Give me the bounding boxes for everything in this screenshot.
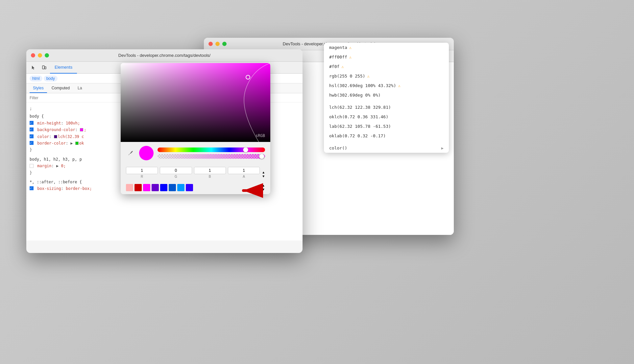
warning-ff00ff: ⚠ <box>349 55 352 59</box>
r-input[interactable] <box>126 167 158 174</box>
swatch-8[interactable] <box>186 184 193 191</box>
srgb-label: sRGB <box>256 133 265 138</box>
swatch-3[interactable] <box>143 184 150 191</box>
r-label: R <box>141 175 143 178</box>
color-format-dropdown: magenta ⚠ #ff00ff ⚠ #f0f ⚠ rgb(255 0 255… <box>324 43 449 153</box>
minimize-button-front[interactable] <box>38 53 42 57</box>
format-magenta[interactable]: magenta ⚠ <box>324 43 449 52</box>
traffic-lights-front <box>31 53 49 57</box>
hue-slider[interactable] <box>158 148 265 152</box>
checkbox-min-height[interactable] <box>30 121 34 125</box>
breadcrumb-html[interactable]: html <box>30 76 42 81</box>
svg-rect-1 <box>45 67 46 69</box>
tab-styles[interactable]: Styles <box>30 83 47 93</box>
border-color-swatch[interactable] <box>75 142 79 145</box>
warning-magenta: ⚠ <box>349 45 352 50</box>
checkbox-border-color[interactable] <box>30 141 34 145</box>
maximize-button-back[interactable] <box>222 42 227 46</box>
arrow-svg <box>237 181 263 200</box>
breadcrumb-body[interactable]: body <box>44 76 58 81</box>
g-field: G <box>160 167 192 178</box>
hue-handle <box>243 147 248 152</box>
red-arrow <box>237 181 263 202</box>
device-icon <box>41 65 47 70</box>
swatch-5[interactable] <box>160 184 167 191</box>
b-label: B <box>209 175 211 178</box>
g-input[interactable] <box>160 167 192 174</box>
color-picker-panel: sRGB R <box>121 63 270 194</box>
b-input[interactable] <box>194 167 226 174</box>
format-ff00ff[interactable]: #ff00ff ⚠ <box>324 52 449 62</box>
svg-rect-0 <box>42 66 44 69</box>
swatch-7[interactable] <box>177 184 184 191</box>
format-lch[interactable]: lch(62.32 122.38 329.81) <box>324 102 449 112</box>
warning-f0f: ⚠ <box>341 64 344 69</box>
titlebar-front: DevTools - developer.chrome.com/tags/dev… <box>26 49 303 62</box>
tab-elements-front[interactable]: Elements <box>50 62 77 74</box>
close-button-back[interactable] <box>208 42 213 46</box>
format-hsl[interactable]: hsl(302.69deg 100% 43.32%) ⚠ <box>324 81 449 90</box>
alpha-handle <box>259 154 264 159</box>
a-field: A <box>228 167 260 178</box>
separator-2 <box>324 141 449 143</box>
sliders-area <box>158 148 265 159</box>
b-field: B <box>194 167 226 178</box>
cursor-icon <box>31 65 36 70</box>
format-hwb[interactable]: hwb(302.69deg 0% 0%) <box>324 90 449 100</box>
rgba-spinner[interactable]: ▲ ▼ <box>262 171 265 178</box>
maximize-button-front[interactable] <box>45 53 49 57</box>
format-color-arrow: ▶ <box>441 146 444 150</box>
format-rgb[interactable]: rgb(255 0 255) ⚠ <box>324 71 449 81</box>
bg-color-swatch[interactable] <box>80 128 83 131</box>
color-preview <box>139 146 154 160</box>
cursor-icon-btn[interactable] <box>29 63 38 72</box>
checkbox-box-sizing[interactable] <box>30 186 34 190</box>
svg-point-2 <box>131 152 132 152</box>
tab-la[interactable]: La <box>74 83 85 93</box>
color-swatch[interactable] <box>54 135 57 138</box>
format-oklab[interactable]: oklab(0.72 0.32 -0.17) <box>324 131 449 141</box>
format-f0f[interactable]: #f0f ⚠ <box>324 62 449 71</box>
separator-1 <box>324 100 449 102</box>
gradient-curve-svg <box>121 63 270 142</box>
color-controls <box>121 142 270 164</box>
g-label: G <box>175 175 177 178</box>
eyedropper-button[interactable] <box>126 148 135 158</box>
a-label: A <box>243 175 245 178</box>
checkbox-color[interactable] <box>30 134 34 138</box>
checkbox-margin-unchecked[interactable] <box>30 164 34 168</box>
gradient-handle <box>246 75 250 80</box>
eyedropper-icon <box>128 150 134 156</box>
color-gradient[interactable]: sRGB <box>121 63 270 142</box>
format-lab[interactable]: lab(62.32 105.78 -61.53) <box>324 122 449 131</box>
rgba-inputs: R G B A ▲ ▼ <box>121 164 270 181</box>
tab-computed[interactable]: Computed <box>48 83 73 93</box>
checkbox-bg-color[interactable] <box>30 127 34 131</box>
swatch-6[interactable] <box>169 184 176 191</box>
format-oklch[interactable]: oklch(0.72 0.36 331.46) <box>324 112 449 122</box>
title-front: DevTools - developer.chrome.com/tags/dev… <box>118 53 210 58</box>
r-field: R <box>126 167 158 178</box>
warning-rgb: ⚠ <box>367 74 370 79</box>
format-color[interactable]: color() ▶ <box>324 143 449 153</box>
traffic-lights-back <box>208 42 227 46</box>
a-input[interactable] <box>228 167 260 174</box>
minimize-button-back[interactable] <box>215 42 220 46</box>
swatch-2[interactable] <box>134 184 142 191</box>
close-button-front[interactable] <box>31 53 35 57</box>
alpha-slider[interactable] <box>158 154 265 159</box>
swatch-1[interactable] <box>126 184 133 191</box>
warning-hsl: ⚠ <box>398 83 401 88</box>
swatch-4[interactable] <box>152 184 159 191</box>
device-icon-btn[interactable] <box>39 63 49 72</box>
